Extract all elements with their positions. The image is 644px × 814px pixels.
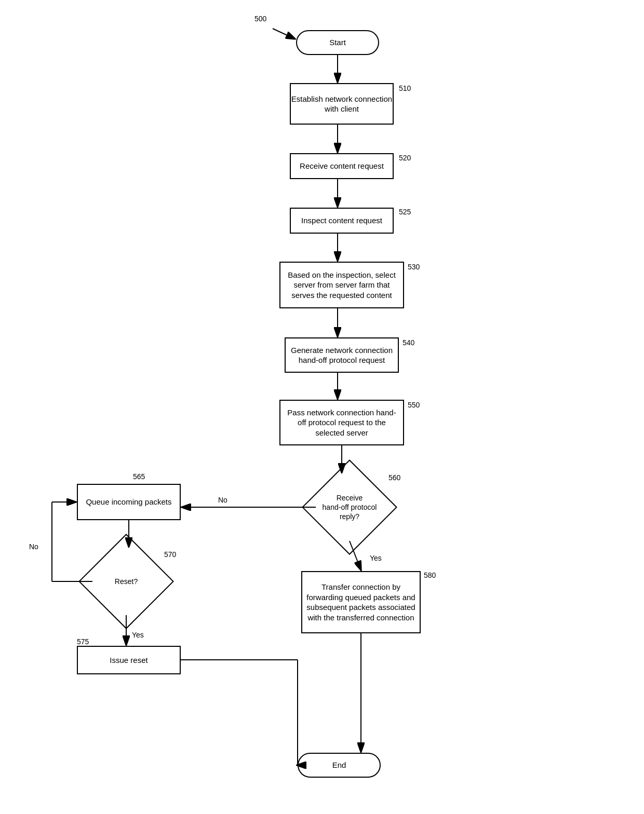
node-525: Inspect content request bbox=[290, 208, 394, 234]
label-530: 530 bbox=[408, 263, 420, 271]
label-yes-570: Yes bbox=[132, 631, 144, 639]
label-no-560: No bbox=[218, 496, 227, 504]
node-570: Reset? bbox=[92, 548, 160, 615]
node-575: Issue reset bbox=[77, 646, 181, 674]
node-565: Queue incoming packets bbox=[77, 484, 181, 520]
label-540: 540 bbox=[403, 338, 414, 347]
node-580: Transfer connection byforwarding queued … bbox=[301, 571, 421, 633]
label-yes-560: Yes bbox=[370, 554, 382, 562]
label-500: 500 bbox=[254, 15, 266, 23]
start-node: Start bbox=[296, 30, 379, 55]
label-560: 560 bbox=[388, 473, 400, 482]
node-540: Generate network connectionhand-off prot… bbox=[285, 337, 399, 373]
flowchart-diagram: 500 Start Establish network connectionwi… bbox=[0, 0, 644, 814]
label-520: 520 bbox=[399, 154, 411, 162]
end-node: End bbox=[298, 753, 381, 778]
label-570: 570 bbox=[164, 550, 176, 559]
node-560: Receivehand-off protocolreply? bbox=[316, 473, 383, 541]
node-530: Based on the inspection, selectserver fr… bbox=[279, 262, 404, 308]
label-580: 580 bbox=[424, 571, 436, 579]
node-520: Receive content request bbox=[290, 153, 394, 179]
node-550: Pass network connection hand-off protoco… bbox=[279, 400, 404, 445]
node-510: Establish network connectionwith client bbox=[290, 83, 394, 125]
svg-line-19 bbox=[273, 29, 295, 39]
label-575: 575 bbox=[77, 637, 89, 646]
label-565: 565 bbox=[133, 472, 145, 481]
label-510: 510 bbox=[399, 84, 411, 92]
label-525: 525 bbox=[399, 208, 411, 216]
label-no-570: No bbox=[29, 542, 38, 551]
label-550: 550 bbox=[408, 401, 420, 409]
